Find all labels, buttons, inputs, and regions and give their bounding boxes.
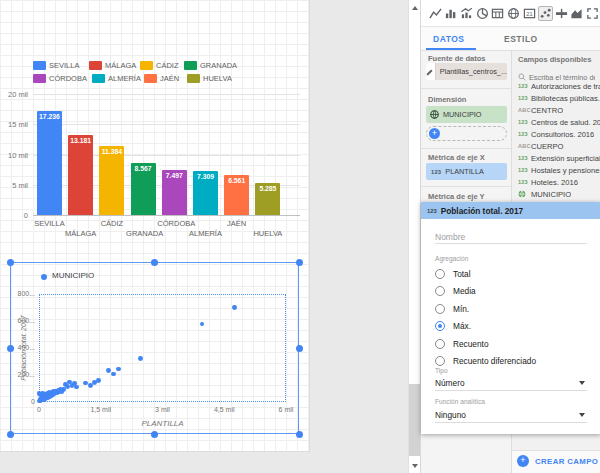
chevron-down-icon <box>579 381 585 385</box>
dimension-chip-municipio[interactable]: MUNICIPIO <box>426 106 507 123</box>
legend-swatch <box>89 61 102 70</box>
bar-category-label: HUELVA <box>251 229 285 238</box>
line-chart-icon[interactable] <box>428 6 442 21</box>
bar-value-label: 8.567 <box>131 165 156 172</box>
canvas-scrollbar[interactable] <box>408 0 420 473</box>
field-item[interactable]: ABCCUERPO <box>512 140 600 152</box>
bar-chart-icon[interactable] <box>444 6 458 21</box>
bar[interactable] <box>37 111 62 215</box>
y-tick-label: 5 mil <box>0 181 28 190</box>
report-canvas[interactable]: SEVILLAMÁLAGACÁDIZGRANADACÓRDOBAALMERÍAJ… <box>0 0 310 452</box>
selection-handle[interactable] <box>296 431 303 438</box>
gridline <box>33 124 300 125</box>
scorecard-icon[interactable]: 21 <box>522 6 536 21</box>
selection-handle[interactable] <box>7 431 14 438</box>
field-item[interactable]: ABCCENTRO <box>512 104 600 116</box>
add-icon[interactable]: + <box>429 128 440 139</box>
field-item[interactable]: 123Centros de salud. 2016 <box>512 116 600 128</box>
legend-label: GRANADA <box>200 61 237 70</box>
selection-handle[interactable] <box>296 259 303 266</box>
legend-label: ALMERÍA <box>108 74 141 83</box>
scatter-chart-icon[interactable] <box>538 6 553 21</box>
numeric-field-icon: 123 <box>518 167 531 173</box>
legend-item: MÁLAGA <box>89 60 136 70</box>
y-tick-label: 20 mil <box>0 90 28 99</box>
selection-handle[interactable] <box>151 259 158 266</box>
geo-field-icon <box>518 190 531 199</box>
text-field-icon: ABC <box>518 143 531 149</box>
type-value: Número <box>435 378 465 388</box>
field-editor-header: 123 Población total. 2017 <box>421 202 600 219</box>
field-item[interactable]: 123Bibliotecas públicas. ... <box>512 92 600 104</box>
radio-option[interactable]: Media <box>435 283 595 301</box>
x-tick-label: 1,5 mil <box>84 406 118 413</box>
field-name-input[interactable] <box>435 230 587 244</box>
field-label: Extensión superficial, ... <box>531 154 600 163</box>
selection-handle[interactable] <box>7 259 14 266</box>
scroll-up-icon[interactable] <box>412 6 418 10</box>
fields-list: 123Autorizaciones de tra...123Biblioteca… <box>512 80 600 200</box>
numeric-field-icon: 123 <box>518 83 531 89</box>
metric-x-chip-label: PLANTILLA <box>441 167 484 176</box>
legend-swatch <box>140 61 153 70</box>
globe-icon <box>430 110 439 119</box>
bar[interactable] <box>68 135 93 215</box>
radio-option[interactable]: Total <box>435 265 595 283</box>
add-dimension-dropzone[interactable]: + <box>426 126 507 141</box>
field-item[interactable]: 123Consultorios. 2016 <box>512 128 600 140</box>
legend-item: CÁDIZ <box>140 60 179 70</box>
scatter-point <box>106 368 111 373</box>
field-label: CENTRO <box>531 106 563 115</box>
create-field-button[interactable]: + CREAR CAMPO <box>517 455 598 467</box>
chart-type-toolbar: 21 <box>421 0 600 27</box>
legend-label: CÁDIZ <box>156 61 179 70</box>
section-divider <box>421 148 511 149</box>
field-item[interactable]: MUNICIPIO <box>512 188 600 200</box>
x-tick-label: 6 mil <box>269 406 303 413</box>
scatter-point <box>96 378 101 383</box>
radio-option[interactable]: Máx. <box>435 318 595 336</box>
geo-map-icon[interactable] <box>506 6 520 21</box>
scroll-down-icon[interactable] <box>412 464 418 468</box>
type-dropdown[interactable]: Número <box>435 376 587 391</box>
radio-button[interactable] <box>435 304 445 314</box>
field-label: CUERPO <box>531 142 564 151</box>
pivot-table-icon[interactable] <box>585 6 599 21</box>
bar[interactable] <box>99 146 124 215</box>
legend-swatch <box>33 74 46 83</box>
field-item[interactable]: 123Autorizaciones de tra... <box>512 80 600 92</box>
data-source-name: Plantillas_centros_... <box>436 67 507 76</box>
radio-button[interactable] <box>435 356 445 366</box>
combo-chart-icon[interactable] <box>459 6 473 21</box>
radio-button[interactable] <box>435 269 445 279</box>
data-source-chip[interactable]: Plantillas_centros_... <box>426 63 507 80</box>
radio-button[interactable] <box>435 321 445 331</box>
y-tick-label: 0 <box>0 211 28 220</box>
scatter-chart-widget[interactable]: MUNICIPIO0200...400...600...800...01,5 m… <box>10 262 299 434</box>
bar-category-label: CÁDIZ <box>95 219 129 228</box>
field-item[interactable]: 123Hostales y pensiones... <box>512 164 600 176</box>
field-editor-title: Población total. 2017 <box>441 206 524 216</box>
numeric-field-icon: 123 <box>518 95 531 101</box>
legend-item: JAÉN <box>144 73 179 83</box>
pie-chart-icon[interactable] <box>475 6 489 21</box>
tab-estilo[interactable]: ESTILO <box>504 27 538 51</box>
metric-x-chip-plantilla[interactable]: 123 PLANTILLA <box>426 163 507 180</box>
table-icon[interactable] <box>491 6 505 21</box>
radio-button[interactable] <box>435 339 445 349</box>
field-item[interactable]: 123Hoteles. 2016 <box>512 176 600 188</box>
radio-button[interactable] <box>435 286 445 296</box>
radio-option[interactable]: Recuento <box>435 335 595 353</box>
bar-category-label: ALMERÍA <box>189 229 223 238</box>
area-chart-icon[interactable] <box>570 6 584 21</box>
bullet-chart-icon[interactable] <box>554 6 568 21</box>
field-item[interactable]: 123Extensión superficial, ... <box>512 152 600 164</box>
selection-handle[interactable] <box>151 431 158 438</box>
radio-option[interactable]: Recuento diferenciado <box>435 353 595 371</box>
edit-pencil-icon[interactable] <box>426 63 436 80</box>
legend-item: SEVILLA <box>33 60 79 70</box>
analytic-function-dropdown[interactable]: Ninguno <box>435 408 587 423</box>
selection-handle[interactable] <box>296 345 303 352</box>
radio-option[interactable]: Mín. <box>435 300 595 318</box>
data-studio-editor: SEVILLAMÁLAGACÁDIZGRANADACÓRDOBAALMERÍAJ… <box>0 0 600 473</box>
